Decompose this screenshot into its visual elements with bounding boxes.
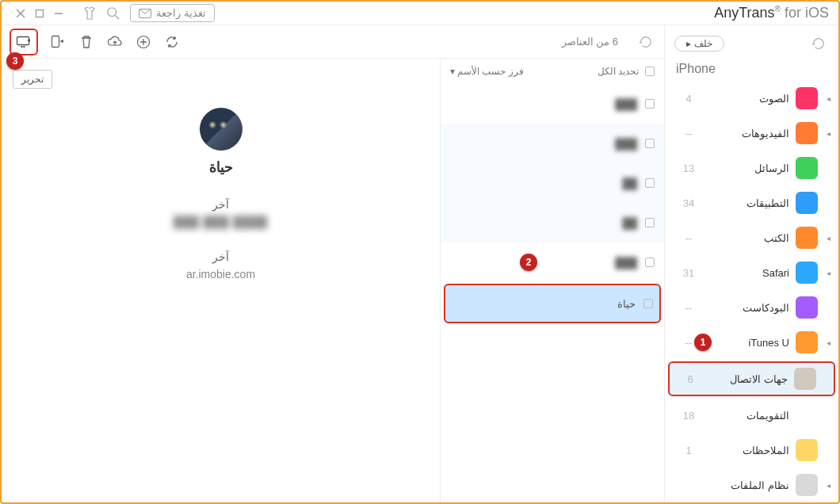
app-icon — [796, 122, 818, 144]
sidebar: خلف ▸ iPhone ◂الصوت4◂الفيديوهات--الرسائل… — [664, 25, 838, 502]
app-icon — [796, 157, 818, 179]
detail-field-value: ar.imobie.com — [2, 268, 440, 281]
sidebar-item-count: 18 — [673, 410, 704, 422]
shirt-icon[interactable] — [81, 5, 98, 22]
row-checkbox[interactable] — [645, 218, 655, 227]
chevron-left-icon: ◂ — [824, 129, 830, 138]
contact-detail: تحرير حياة آخر ███ ███ ████ آخر ar.imobi… — [2, 59, 441, 502]
app-icon — [796, 331, 818, 353]
device-name: iPhone — [665, 62, 838, 81]
sidebar-item-5[interactable]: ◂Safari31 — [665, 255, 838, 290]
items-count: 6 من العناصر — [562, 36, 618, 48]
app-icon — [796, 227, 818, 249]
edit-button[interactable]: تحرير — [13, 70, 52, 89]
row-checkbox[interactable] — [643, 299, 653, 308]
sort-dropdown[interactable]: فرز حسب الأسم ▾ — [450, 66, 524, 77]
sidebar-item-label: Safari — [711, 267, 789, 279]
app-brand: AnyTrans® for iOS — [714, 5, 829, 21]
back-label: خلف — [694, 38, 712, 49]
chevron-right-icon: ▸ — [686, 38, 691, 49]
contact-row[interactable]: ██ — [441, 203, 664, 242]
callout-2: 2 — [520, 254, 537, 271]
sidebar-item-0[interactable]: ◂الصوت4 — [665, 81, 838, 116]
sidebar-item-count: 4 — [673, 93, 704, 105]
contact-row[interactable]: ███ — [441, 124, 664, 163]
maximize-button[interactable] — [33, 7, 46, 20]
sidebar-item-count: -- — [673, 302, 704, 314]
svg-rect-8 — [52, 36, 59, 47]
sidebar-item-7[interactable]: ◂iTunes U-- — [665, 325, 838, 360]
sidebar-item-count: -- — [673, 232, 704, 244]
sidebar-item-label: جهات الاتصال — [712, 373, 788, 385]
chevron-left-icon: ◂ — [824, 234, 830, 242]
app-icon — [794, 368, 816, 390]
sidebar-item-10[interactable]: الملاحظات1 — [665, 433, 838, 468]
contact-row-name: حياة — [617, 298, 636, 310]
sidebar-item-4[interactable]: ◂الكتب-- — [665, 220, 838, 255]
sidebar-item-label: التقويمات — [711, 410, 789, 422]
toolbar-refresh-icon[interactable] — [636, 32, 656, 52]
sidebar-item-count: 13 — [673, 162, 704, 174]
contact-row[interactable]: ███ — [441, 242, 664, 282]
contact-row[interactable]: حياة — [444, 284, 661, 323]
svg-line-2 — [116, 15, 120, 19]
chevron-left-icon: ◂ — [824, 94, 830, 103]
contact-row-name: ███ — [615, 257, 637, 269]
export-to-device-button[interactable] — [49, 33, 67, 51]
contact-name: حياة — [209, 158, 233, 176]
export-to-pc-button[interactable]: 3 — [10, 29, 38, 55]
svg-rect-7 — [17, 36, 29, 44]
callout-1: 1 — [694, 334, 712, 351]
sidebar-item-count: 6 — [674, 373, 706, 385]
contact-row[interactable]: ██ — [441, 163, 664, 203]
to-cloud-button[interactable] — [106, 33, 124, 51]
contact-row-name: ███ — [615, 138, 637, 150]
app-icon — [796, 474, 818, 496]
select-all-checkbox[interactable] — [645, 67, 655, 76]
search-icon[interactable] — [105, 5, 122, 22]
sidebar-item-1[interactable]: ◂الفيديوهات-- — [665, 116, 838, 151]
chevron-left-icon: ◂ — [824, 269, 830, 277]
contact-row-name: ██ — [623, 178, 637, 189]
minimize-button[interactable] — [52, 7, 65, 20]
svg-point-1 — [108, 7, 116, 16]
sidebar-item-count: -- — [673, 128, 704, 139]
app-icon — [796, 439, 818, 461]
contact-row-name: ███ — [615, 98, 637, 110]
toolbar: 6 من العناصر 3 — [2, 25, 664, 59]
avatar — [200, 108, 242, 151]
close-button[interactable] — [14, 7, 27, 20]
row-checkbox[interactable] — [645, 99, 655, 109]
add-button[interactable] — [135, 33, 152, 51]
sync-button[interactable] — [163, 33, 181, 51]
row-checkbox[interactable] — [645, 178, 655, 188]
delete-button[interactable] — [78, 33, 95, 51]
sidebar-refresh-icon[interactable] — [808, 33, 829, 54]
sidebar-item-label: الكتب — [711, 232, 789, 244]
feedback-button[interactable]: تغذية راجعة — [130, 4, 215, 22]
app-icon — [796, 262, 818, 284]
contact-row[interactable]: ███ — [441, 84, 664, 124]
sidebar-item-11[interactable]: ◂نظام الملفات — [665, 468, 838, 502]
app-icon — [796, 296, 818, 319]
sort-label: فرز حسب الأسم — [457, 66, 524, 77]
sidebar-item-8[interactable]: جهات الاتصال6 — [668, 361, 835, 396]
chevron-down-icon: ▾ — [450, 66, 455, 77]
sidebar-item-2[interactable]: الرسائل13 — [665, 151, 838, 185]
chevron-left-icon: ◂ — [824, 481, 830, 490]
mail-icon — [139, 9, 151, 18]
row-checkbox[interactable] — [645, 139, 655, 148]
sidebar-item-label: البودكاست — [711, 302, 789, 314]
sidebar-item-9[interactable]: التقويمات18 — [665, 398, 838, 433]
chevron-left-icon: ◂ — [824, 338, 830, 347]
svg-rect-4 — [36, 10, 44, 17]
sidebar-item-3[interactable]: التطبيقات34 — [665, 185, 838, 220]
sidebar-item-label: الصوت — [711, 93, 789, 105]
sidebar-item-label: الرسائل — [711, 162, 789, 174]
row-checkbox[interactable] — [645, 258, 655, 267]
back-button[interactable]: خلف ▸ — [674, 36, 724, 52]
sidebar-item-6[interactable]: البودكاست-- — [665, 290, 838, 325]
sidebar-item-label: نظام الملفات — [711, 479, 789, 491]
contact-list: تحديد الكل فرز حسب الأسم ▾ █████████████… — [441, 59, 664, 502]
app-icon — [796, 404, 818, 426]
